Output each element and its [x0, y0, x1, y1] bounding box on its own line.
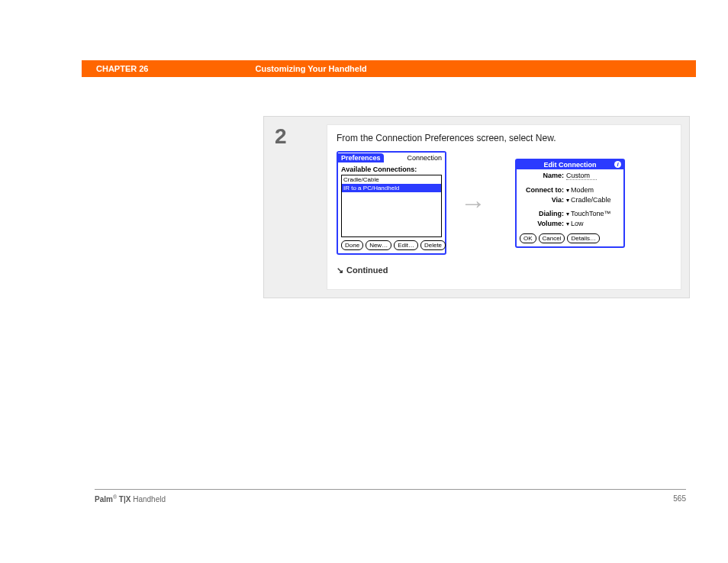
- available-connections-label: Available Connections:: [341, 166, 442, 173]
- step-container: 2 From the Connection Preferences screen…: [263, 116, 690, 298]
- edit-button[interactable]: Edit…: [394, 240, 418, 250]
- page-number: 565: [673, 494, 686, 503]
- name-field[interactable]: Custom: [566, 172, 597, 180]
- palm-preferences-screen: Preferences Connection Available Connect…: [337, 151, 446, 255]
- new-button[interactable]: New…: [366, 240, 391, 250]
- step-instruction: From the Connection Preferences screen, …: [337, 133, 672, 143]
- continued-arrow-icon: ↘: [337, 265, 343, 275]
- dialing-dropdown[interactable]: TouchTone™: [566, 210, 611, 217]
- palm-button-row: Done New… Edit… Delete: [341, 240, 442, 250]
- connect-to-label: Connect to:: [520, 186, 566, 194]
- via-label: Via:: [520, 196, 566, 204]
- cancel-button[interactable]: Cancel: [539, 233, 565, 243]
- screenshots-row: Preferences Connection Available Connect…: [337, 151, 672, 255]
- details-button[interactable]: Details…: [567, 233, 599, 243]
- chapter-header-bar: CHAPTER 26 Customizing Your Handheld: [82, 60, 696, 77]
- list-item[interactable]: IR to a PC/Handheld: [342, 184, 441, 192]
- palm-tab-connection[interactable]: Connection: [407, 154, 445, 162]
- done-button[interactable]: Done: [341, 240, 363, 250]
- chapter-label: CHAPTER 26: [96, 64, 148, 73]
- palm-body: Name: Custom Connect to: Modem Via: Crad…: [517, 169, 623, 246]
- ok-button[interactable]: OK: [520, 233, 536, 243]
- footer-product: Palm® T|X Handheld: [95, 494, 166, 503]
- palm-edit-connection-screen: Edit Connection i Name: Custom Connect t…: [515, 159, 625, 248]
- palm-button-row: OK Cancel Details…: [520, 233, 620, 243]
- palm-titlebar: Preferences Connection: [338, 153, 445, 163]
- name-label: Name:: [520, 172, 566, 179]
- via-dropdown[interactable]: Cradle/Cable: [566, 196, 611, 204]
- volume-label: Volume:: [520, 220, 566, 227]
- palm-body: Available Connections: Cradle/Cable IR t…: [338, 163, 445, 253]
- arrow-right-icon: →: [460, 188, 486, 218]
- dialing-label: Dialing:: [520, 210, 566, 217]
- continued-indicator: ↘Continued: [337, 265, 672, 275]
- chapter-title: Customizing Your Handheld: [255, 64, 366, 73]
- page-footer: Palm® T|X Handheld 565: [95, 494, 686, 503]
- palm-tab-preferences[interactable]: Preferences: [338, 153, 384, 162]
- list-item[interactable]: Cradle/Cable: [342, 175, 441, 184]
- step-number: 2: [275, 124, 287, 149]
- footer-rule: [95, 489, 686, 490]
- edit-connection-title: Edit Connection: [544, 161, 597, 169]
- volume-dropdown[interactable]: Low: [566, 220, 584, 227]
- connections-list[interactable]: Cradle/Cable IR to a PC/Handheld: [341, 175, 442, 237]
- delete-button[interactable]: Delete: [420, 240, 446, 250]
- continued-label: Continued: [346, 265, 388, 275]
- palm-titlebar: Edit Connection i: [517, 160, 623, 169]
- connect-to-dropdown[interactable]: Modem: [566, 186, 594, 194]
- step-content: From the Connection Preferences screen, …: [327, 124, 681, 290]
- info-icon[interactable]: i: [614, 161, 621, 168]
